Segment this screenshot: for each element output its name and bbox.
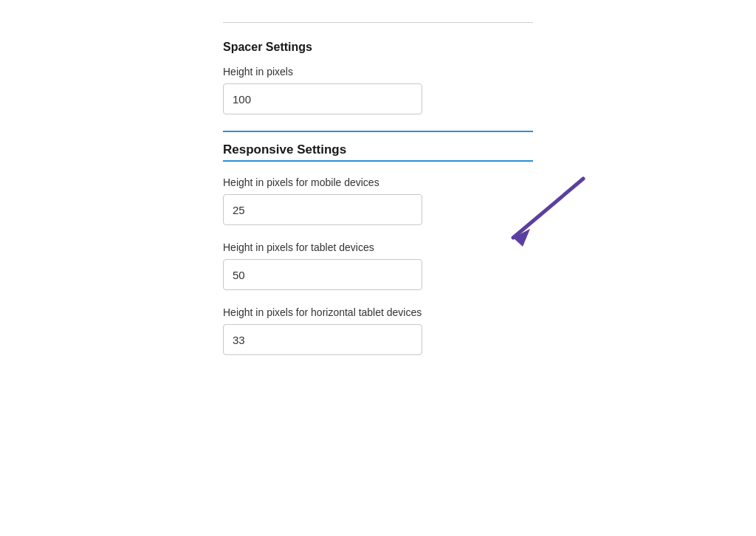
svg-line-0 — [513, 179, 583, 238]
horizontal-tablet-input[interactable] — [223, 324, 422, 355]
mobile-input[interactable] — [223, 194, 422, 225]
horizontal-tablet-field-group: Height in pixels for horizontal tablet d… — [223, 306, 533, 355]
top-divider — [223, 22, 533, 23]
spacer-section: Spacer Settings Height in pixels — [223, 41, 533, 114]
responsive-section-title: Responsive Settings — [223, 142, 533, 157]
page-container: Spacer Settings Height in pixels Respons… — [0, 0, 756, 536]
horizontal-tablet-label: Height in pixels for horizontal tablet d… — [223, 306, 533, 318]
settings-panel: Spacer Settings Height in pixels Respons… — [223, 0, 533, 536]
responsive-section-wrapper: Responsive Settings — [223, 131, 533, 162]
height-field-group: Height in pixels — [223, 66, 533, 114]
height-label: Height in pixels — [223, 66, 533, 78]
height-input[interactable] — [223, 83, 422, 114]
arrow-annotation — [480, 171, 598, 260]
spacer-section-title: Spacer Settings — [223, 41, 533, 54]
arrow-icon — [480, 171, 598, 260]
tablet-input[interactable] — [223, 259, 422, 290]
